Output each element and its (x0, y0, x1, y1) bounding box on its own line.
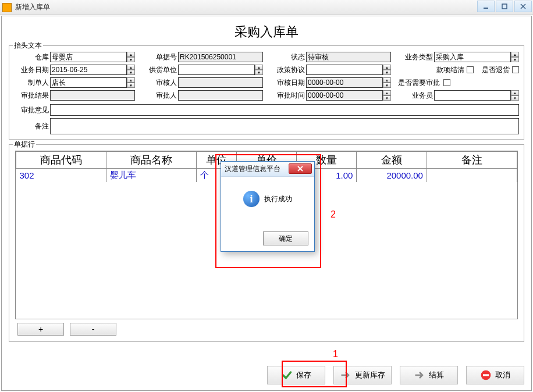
cell-code[interactable]: 302 (16, 169, 106, 183)
maximize-button[interactable] (496, 1, 513, 12)
close-button[interactable] (514, 1, 532, 12)
field-auditresult: 审批结果 (14, 90, 135, 101)
input-policy[interactable] (306, 65, 383, 75)
label-approver: 审批人 (142, 91, 177, 101)
field-auditopinion: 审批意见 (14, 104, 519, 116)
col-amount[interactable]: 金额 (357, 152, 427, 169)
minimize-button[interactable] (477, 1, 495, 12)
field-approver: 审批人 (142, 90, 263, 101)
input-approver (178, 90, 263, 101)
input-warehouse[interactable]: 母婴店 (50, 52, 127, 62)
arrow-right-icon (414, 369, 425, 381)
col-name[interactable]: 商品名称 (106, 152, 196, 169)
cancel-button[interactable]: 取消 (466, 366, 524, 384)
label-remark: 备注 (14, 122, 49, 131)
bottom-buttons: 保存 更新库存 结算 取消 (267, 366, 524, 384)
label-status: 状态 (270, 52, 305, 62)
chk-needaudit[interactable]: 是否需要审批 (398, 78, 450, 88)
field-needaudit: 是否需要审批 (398, 77, 519, 88)
input-supplier[interactable] (178, 65, 255, 75)
app-icon (2, 3, 12, 12)
input-auditresult (50, 90, 135, 101)
chk-payclear[interactable]: 款项结清 (436, 65, 474, 75)
field-policy: 政策协议 ▲▼ (270, 65, 391, 75)
spinner-maker[interactable]: ▲▼ (127, 77, 135, 88)
input-auditor (178, 77, 263, 88)
label-biztype: 业务类型 (398, 52, 433, 62)
dialog-ok-button[interactable]: 确定 (263, 231, 308, 245)
field-bizdate: 业务日期 2015-06-25 ▲▼ (14, 65, 135, 75)
chk-isreturn[interactable]: 是否退货 (482, 65, 519, 75)
label-warehouse: 仓库 (14, 52, 49, 62)
input-maker[interactable]: 店长 (50, 77, 127, 88)
label-auditdate: 审核日期 (270, 78, 305, 88)
input-remark[interactable] (50, 118, 519, 134)
field-supplier: 供货单位 ▲▼ (142, 65, 263, 75)
dialog-footer: 确定 (221, 214, 314, 251)
spinner-auditdate[interactable]: ▲▼ (383, 77, 391, 88)
page-title: 采购入库单 (6, 19, 527, 43)
header-fieldset: 抬头文本 仓库 母婴店 ▲▼ 单据号 RK201506250001 状态 待审核… (9, 45, 524, 140)
field-approvetime: 审批时间 0000-00-00 ▲▼ (270, 90, 391, 101)
label-auditopinion: 审批意见 (14, 105, 49, 115)
label-bizdate: 业务日期 (14, 65, 49, 75)
annotation-label-2: 2 (331, 209, 336, 220)
cancel-icon (480, 369, 492, 381)
field-auditdate: 审核日期 0000-00-00 ▲▼ (270, 77, 391, 88)
label-policy: 政策协议 (270, 65, 305, 75)
add-row-button[interactable]: + (17, 323, 64, 336)
update-stock-button[interactable]: 更新库存 (333, 366, 392, 384)
spinner-salesman[interactable]: ▲▼ (511, 90, 519, 101)
dialog-titlebar[interactable]: 汉道管理信息平台 (221, 162, 314, 177)
label-maker: 制单人 (14, 78, 49, 88)
dialog-message: 执行成功 (264, 194, 292, 204)
input-docno: RK201506250001 (178, 52, 263, 62)
label-auditor: 审核人 (142, 78, 177, 88)
field-docno: 单据号 RK201506250001 (142, 52, 263, 62)
svg-rect-1 (502, 4, 507, 9)
svg-rect-5 (483, 374, 489, 376)
col-code[interactable]: 商品代码 (16, 152, 106, 169)
save-button[interactable]: 保存 (267, 366, 325, 384)
spinner-biztype[interactable]: ▲▼ (511, 52, 519, 62)
cell-amount[interactable]: 20000.00 (357, 169, 427, 183)
field-salesman: 业务员 ▲▼ (398, 90, 519, 101)
input-salesman[interactable] (434, 90, 511, 101)
remove-row-button[interactable]: - (70, 323, 116, 336)
label-auditresult: 审批结果 (14, 91, 49, 101)
spinner-supplier[interactable]: ▲▼ (255, 65, 263, 75)
field-warehouse: 仓库 母婴店 ▲▼ (14, 52, 135, 62)
label-approvetime: 审批时间 (270, 91, 305, 101)
field-auditor: 审核人 (142, 77, 263, 88)
window-title: 新增入库单 (15, 2, 50, 12)
cell-remark[interactable] (427, 169, 517, 183)
spinner-policy[interactable]: ▲▼ (383, 65, 391, 75)
arrow-right-icon (340, 369, 351, 381)
input-auditdate: 0000-00-00 (306, 77, 383, 88)
title-bar: 新增入库单 (0, 0, 533, 15)
dialog-body: i 执行成功 (221, 177, 314, 214)
col-remark[interactable]: 备注 (427, 152, 517, 169)
spinner-bizdate[interactable]: ▲▼ (127, 65, 135, 75)
field-payreturn: 款项结清 是否退货 (398, 65, 519, 75)
label-supplier: 供货单位 (142, 65, 177, 75)
spinner-approvetime[interactable]: ▲▼ (383, 90, 391, 101)
dialog-title-text: 汉道管理信息平台 (225, 164, 280, 174)
field-maker: 制单人 店长 ▲▼ (14, 77, 135, 88)
spinner-warehouse[interactable]: ▲▼ (127, 52, 135, 62)
rows-legend: 单据行 (13, 140, 36, 149)
window-controls (477, 1, 532, 12)
info-dialog: 汉道管理信息平台 i 执行成功 确定 (221, 161, 315, 252)
cell-name[interactable]: 婴儿车 (106, 169, 196, 183)
input-biztype[interactable]: 采购入库 (434, 52, 511, 62)
field-status: 状态 待审核 (270, 52, 391, 62)
label-salesman: 业务员 (398, 91, 433, 101)
row-buttons: + - (17, 323, 516, 336)
input-auditopinion[interactable] (50, 104, 519, 116)
field-remark: 备注 (14, 118, 519, 134)
input-status: 待审核 (306, 52, 391, 62)
label-docno: 单据号 (142, 52, 177, 62)
input-bizdate[interactable]: 2015-06-25 (50, 65, 127, 75)
dialog-close-button[interactable] (289, 163, 312, 174)
settle-button[interactable]: 结算 (400, 366, 458, 384)
